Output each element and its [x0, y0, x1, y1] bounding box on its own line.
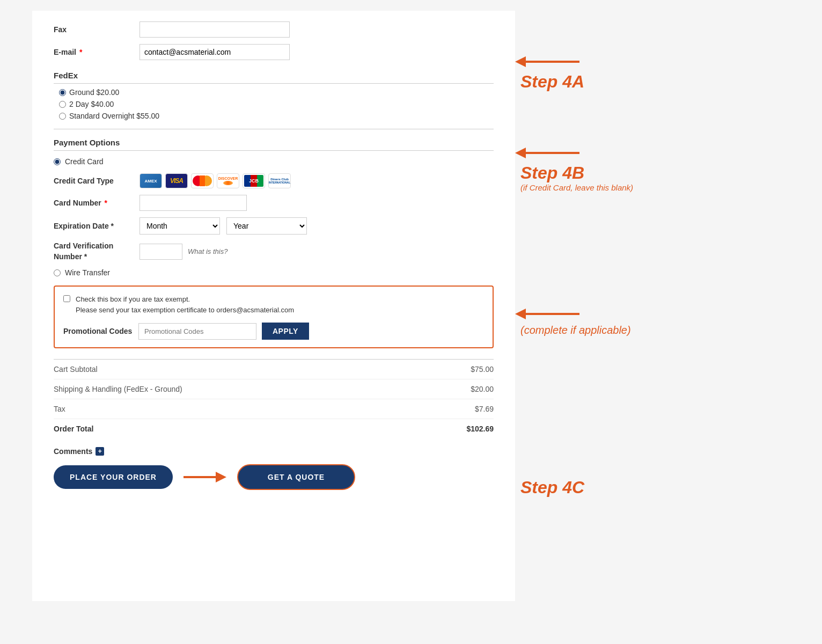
shipping-ground-radio[interactable]: [59, 89, 66, 96]
email-required: *: [79, 48, 82, 56]
visa-icon: VISA: [165, 173, 188, 188]
fedex-section-title: FedEx: [54, 71, 494, 84]
step-4a-arrow: [515, 54, 579, 70]
svg-marker-4: [515, 148, 526, 158]
card-number-input[interactable]: [140, 195, 247, 211]
tax-promo-box: Check this box if you are tax exempt. Pl…: [54, 286, 494, 348]
cvv-row: Card Verification Number * What is this?: [54, 241, 494, 262]
expiry-year-select[interactable]: Year 202420252026 2027202820292030: [226, 217, 307, 235]
step-4c-label: Step 4C: [520, 478, 676, 497]
payment-options-title: Payment Options: [54, 138, 494, 151]
shipping-row: Shipping & Handling (FedEx - Ground) $20…: [54, 379, 494, 399]
step-4a-annotation: Step 4A: [515, 54, 676, 92]
expiry-label: Expiration Date *: [54, 222, 140, 230]
cart-subtotal-label: Cart Subtotal: [54, 365, 98, 374]
what-is-this-link[interactable]: What is this?: [188, 247, 227, 255]
get-quote-button[interactable]: GET A QUOTE: [237, 464, 355, 490]
wire-transfer-radio[interactable]: [54, 269, 61, 276]
shipping-twoday-radio[interactable]: [59, 101, 66, 108]
card-type-row: Credit Card Type AMEX VISA: [54, 173, 494, 188]
diners-icon: Diners Club INTERNATIONAL: [268, 173, 291, 188]
promo-label: Promotional Codes: [63, 327, 133, 335]
mastercard-icon: [191, 173, 214, 188]
shipping-overnight[interactable]: Standard Overnight $55.00: [59, 112, 494, 120]
email-row: E-mail *: [54, 44, 494, 60]
tax-value: $7.69: [475, 405, 494, 413]
svg-marker-6: [515, 309, 526, 319]
expiry-selects: Month JanuaryFebruaryMarch AprilMayJune …: [140, 217, 307, 235]
divider-1: [54, 129, 494, 129]
email-input-wrapper: [140, 44, 290, 60]
credit-card-label: Credit Card: [65, 157, 104, 166]
fax-row: Fax: [54, 21, 494, 38]
tax-exempt-checkbox[interactable]: [63, 295, 70, 302]
tax-exempt-text: Check this box if you are tax exempt. Pl…: [76, 294, 294, 315]
email-input[interactable]: [140, 44, 290, 60]
comments-label: Comments: [54, 447, 92, 456]
shipping-overnight-label: Standard Overnight $55.00: [69, 112, 159, 120]
order-total-label: Order Total: [54, 425, 93, 433]
step-4b-arrow: [515, 145, 579, 161]
place-order-button[interactable]: PLACE YOUR ORDER: [54, 465, 173, 489]
fax-label: Fax: [54, 25, 140, 34]
comments-row: Comments +: [54, 447, 494, 456]
cart-subtotal-value: $75.00: [471, 365, 494, 374]
wire-transfer-label: Wire Transfer: [65, 268, 110, 277]
order-total-row: Order Total $102.69: [54, 419, 494, 438]
shipping-ground[interactable]: Ground $20.00: [59, 88, 494, 97]
cvv-input[interactable]: [140, 244, 182, 260]
tax-exempt-row: Check this box if you are tax exempt. Pl…: [63, 294, 484, 315]
shipping-label: Shipping & Handling (FedEx - Ground): [54, 385, 182, 393]
order-summary: Cart Subtotal $75.00 Shipping & Handling…: [54, 359, 494, 438]
email-label: E-mail *: [54, 48, 140, 56]
expiry-row: Expiration Date * Month JanuaryFebruaryM…: [54, 217, 494, 235]
shipping-options: Ground $20.00 2 Day $40.00 Standard Over…: [59, 88, 494, 120]
complete-if-applicable-label: (complete if applicable): [520, 324, 676, 336]
order-total-value: $102.69: [466, 425, 494, 433]
fax-input-wrapper: [140, 21, 290, 38]
apply-button[interactable]: APPLY: [262, 323, 309, 340]
tax-label: Tax: [54, 405, 65, 413]
amex-icon: AMEX: [140, 173, 162, 188]
step-4a-label: Step 4A: [520, 72, 676, 92]
buttons-row: PLACE YOUR ORDER GET A QUOTE: [54, 464, 494, 490]
shipping-value: $20.00: [471, 385, 494, 393]
expiry-month-select[interactable]: Month JanuaryFebruaryMarch AprilMayJune …: [140, 217, 220, 235]
credit-card-radio-row[interactable]: Credit Card: [54, 157, 494, 166]
svg-marker-2: [515, 56, 526, 67]
promo-row: Promotional Codes APPLY: [63, 323, 484, 340]
shipping-overnight-radio[interactable]: [59, 113, 66, 120]
tax-row: Tax $7.69: [54, 399, 494, 419]
complete-if-applicable-annotation: (complete if applicable): [515, 306, 676, 336]
card-number-row: Card Number *: [54, 195, 494, 211]
svg-marker-1: [216, 472, 226, 482]
card-number-required: *: [105, 199, 107, 207]
jcb-icon: JCB: [243, 173, 265, 188]
credit-card-radio[interactable]: [54, 158, 61, 165]
cart-subtotal-row: Cart Subtotal $75.00: [54, 360, 494, 379]
fax-input[interactable]: [140, 21, 290, 38]
shipping-ground-label: Ground $20.00: [69, 88, 119, 97]
arrow-to-quote: [184, 469, 226, 485]
step-4b-annotation: Step 4B (if Credit Card, leave this blan…: [515, 145, 676, 192]
card-icons: AMEX VISA: [140, 173, 291, 188]
shipping-twoday[interactable]: 2 Day $40.00: [59, 100, 494, 108]
wire-transfer-row[interactable]: Wire Transfer: [54, 268, 494, 277]
card-number-label: Card Number *: [54, 199, 140, 207]
complete-arrow: [515, 306, 579, 322]
comments-plus-button[interactable]: +: [96, 447, 104, 456]
step-4c-annotation: Step 4C: [515, 478, 676, 497]
discover-icon: DISCOVER: [217, 173, 239, 188]
cvv-input-group: What is this?: [140, 244, 227, 260]
step-4b-label: Step 4B: [520, 163, 676, 183]
step-4b-sub: (if Credit Card, leave this blank): [520, 183, 676, 192]
cvv-label: Card Verification Number *: [54, 241, 140, 262]
shipping-twoday-label: 2 Day $40.00: [69, 100, 114, 108]
card-type-label: Credit Card Type: [54, 177, 140, 185]
promo-input[interactable]: [138, 323, 256, 340]
